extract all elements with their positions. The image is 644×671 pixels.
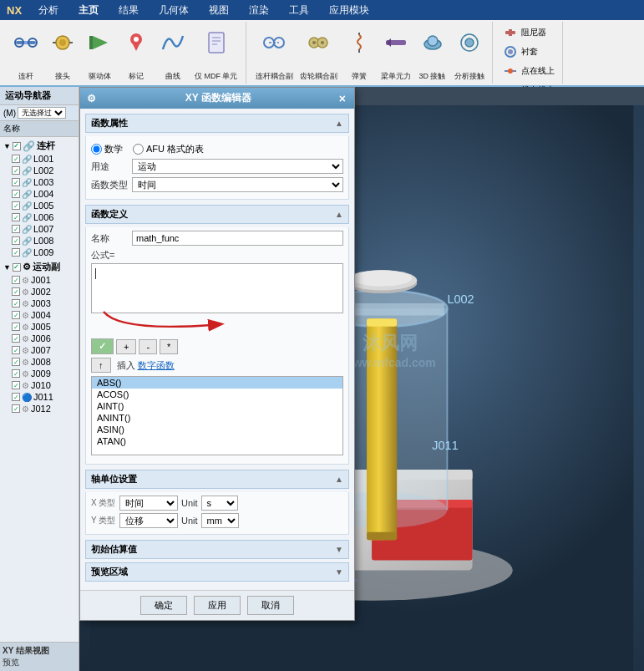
menu-appmodule[interactable]: 应用模块 [326,2,373,19]
tree-group-joints-header[interactable]: ▼ ⚙ 运动副 [2,260,77,274]
tree-item-l007[interactable]: 🔗L007 [2,223,77,235]
menu-render[interactable]: 渲染 [246,2,272,19]
functype-select[interactable]: 时间 [132,177,343,192]
ribbon-btn-driver[interactable]: 驱动体 [82,23,117,83]
up-btn[interactable]: ↑ [91,358,111,373]
bushing-btn[interactable]: 衬套 [499,43,557,61]
func-item-acos[interactable]: ACOS() [92,389,342,400]
menu-result[interactable]: 结果 [115,2,142,19]
tree-item-j005[interactable]: ⚙J005 [2,321,77,333]
tree-item-j008[interactable]: ⚙J008 [2,356,77,368]
confirm-footer-btn[interactable]: 确定 [140,596,187,615]
ribbon-btn-3d-contact[interactable]: 3D 接触 [415,23,450,83]
y-type-select[interactable]: 位移 [119,513,178,528]
j009-cb[interactable] [12,369,20,378]
damper-btn[interactable]: 阻尼器 [499,23,557,42]
ribbon-btn-gear-couple[interactable]: 齿轮耦合副 [297,23,340,83]
tree-item-l009[interactable]: 🔗L009 [2,247,77,258]
func-item-aint[interactable]: AINT() [92,400,342,412]
tree-item-j012[interactable]: ⚙J012 [2,403,77,414]
tree-item-l004[interactable]: 🔗L004 [2,188,77,200]
x-type-select[interactable]: 时间 [119,496,178,511]
j005-cb[interactable] [12,323,20,331]
l005-cb[interactable] [12,201,20,210]
menu-view[interactable]: 视图 [205,2,232,19]
tree-item-l006[interactable]: 🔗L006 [2,211,77,223]
l008-cb[interactable] [12,236,20,245]
tree-item-l008[interactable]: 🔗L008 [2,235,77,247]
func-item-atan[interactable]: ATAN() [92,435,342,447]
j011-cb[interactable] [12,393,20,401]
j008-cb[interactable] [12,358,20,366]
x-unit-select[interactable]: s ms min [201,496,238,511]
menu-geometry[interactable]: 几何体 [155,2,192,19]
func-item-asin[interactable]: ASIN() [92,424,342,435]
j003-cb[interactable] [12,299,20,308]
l006-cb[interactable] [12,213,20,221]
ribbon-btn-beam-force[interactable]: 梁单元力 [378,23,413,83]
filter-select[interactable]: 无选择过 [18,107,66,119]
func-props-header[interactable]: 函数属性 ▲ [85,114,349,133]
tree-item-j004[interactable]: ⚙J004 [2,309,77,321]
initial-estimate-header[interactable]: 初始估算值 ▼ [85,540,349,559]
j002-cb[interactable] [12,287,20,296]
j010-cb[interactable] [12,381,20,389]
l001-cb[interactable] [12,155,20,163]
ribbon-btn-analyze-contact[interactable]: 分析接触 [452,23,487,83]
links-checkbox[interactable] [13,142,21,150]
menu-tools[interactable]: 工具 [286,2,312,19]
l003-cb[interactable] [12,178,20,186]
radio-math[interactable]: 数学 [91,143,123,155]
apply-footer-btn[interactable]: 应用 [194,596,241,615]
ribbon-btn-mdf[interactable]: 仅 MDF 单元 [192,23,241,83]
j007-cb[interactable] [12,346,20,354]
cancel-footer-btn[interactable]: 取消 [247,596,294,615]
tree-item-l005[interactable]: 🔗L005 [2,200,77,211]
tree-item-j002[interactable]: ⚙J002 [2,286,77,297]
ribbon-btn-spring[interactable]: 弹簧 [342,23,377,83]
tree-group-links-header[interactable]: ▼ 🔗 连杆 [2,139,77,153]
confirm-btn[interactable]: ✓ [91,338,114,354]
purpose-select[interactable]: 运动 [132,159,343,174]
tree-item-j009[interactable]: ⚙J009 [2,368,77,379]
tree-item-j011[interactable]: 🔵J011 [2,391,77,403]
subtract-btn[interactable]: - [139,339,157,354]
j004-cb[interactable] [12,311,20,319]
joints-checkbox[interactable] [13,263,21,272]
func-item-anint[interactable]: ANINT() [92,412,342,424]
preview-area-header[interactable]: 预览区域 ▼ [85,562,349,582]
j001-cb[interactable] [12,276,20,284]
l007-cb[interactable] [12,225,20,233]
tree-item-l003[interactable]: 🔗L003 [2,176,77,188]
l009-cb[interactable] [12,248,20,257]
dialog-close-btn[interactable]: × [337,92,347,105]
ribbon-btn-curve[interactable]: 曲线 [155,23,190,83]
y-unit-select[interactable]: mm m cm in [201,513,239,528]
ribbon-btn-joint[interactable]: 接头 [45,23,80,83]
ribbon-btn-link[interactable]: 连杆 [8,23,43,83]
menu-analyze[interactable]: 分析 [35,2,62,19]
j006-cb[interactable] [12,334,20,343]
add-btn[interactable]: + [116,339,136,354]
l002-cb[interactable] [12,166,20,175]
radio-math-input[interactable] [91,144,102,155]
ribbon-btn-marker[interactable]: 标记 [119,23,154,83]
axis-settings-header[interactable]: 轴单位设置 ▲ [85,470,349,489]
tree-item-j006[interactable]: ⚙J006 [2,333,77,344]
insert-link[interactable]: 数字函数 [138,359,175,372]
l004-cb[interactable] [12,190,20,198]
multiply-btn[interactable]: * [160,339,178,354]
tree-item-j010[interactable]: ⚙J010 [2,379,77,391]
point-on-line-btn[interactable]: 点在线上 [499,62,557,80]
radio-afu-input[interactable] [133,144,144,155]
func-def-header[interactable]: 函数定义 ▲ [85,205,349,224]
func-list[interactable]: ABS() ACOS() AINT() ANINT() ASIN() ATAN(… [91,376,343,455]
tree-item-j007[interactable]: ⚙J007 [2,344,77,356]
menu-home[interactable]: 主页 [75,2,102,19]
func-item-abs[interactable]: ABS() [92,377,342,389]
tree-item-l001[interactable]: 🔗L001 [2,153,77,165]
name-input[interactable] [132,231,343,246]
j012-cb[interactable] [12,404,20,413]
tree-item-l002[interactable]: 🔗L002 [2,165,77,176]
ribbon-btn-link-couple[interactable]: 连杆耦合副 [253,23,296,83]
